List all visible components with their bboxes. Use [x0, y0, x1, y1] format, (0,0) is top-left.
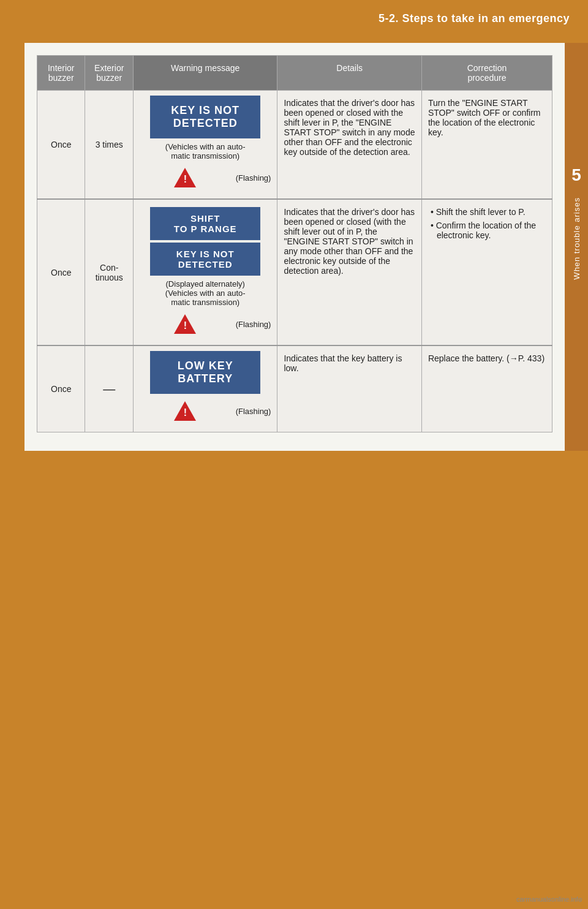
table-row: Once 3 times KEY IS NOTDETECTED (Vehicle…	[37, 91, 552, 200]
header-bar: 5-2. Steps to take in an emergency	[0, 0, 588, 37]
warn-icon-wrap-2: ! (Flashing)	[140, 311, 271, 338]
header-title: 5-2. Steps to take in an emergency	[379, 12, 570, 25]
page-content: Interior buzzer Exterior buzzer Warning …	[0, 37, 588, 469]
col-header-details: Details	[277, 56, 421, 91]
cell-warning-2: SHIFTTO P RANGE KEY IS NOTDETECTED (Disp…	[133, 199, 277, 345]
warning-note-2a: (Displayed alternately)(Vehicles with an…	[140, 279, 271, 307]
side-tab-number: 5	[571, 165, 581, 185]
cell-warning-3: LOW KEYBATTERY ! (Flashing)	[133, 345, 277, 432]
warning-triangle-icon-3: !	[174, 401, 196, 421]
warning-triangle-icon-1: !	[174, 168, 196, 187]
correction-bullets-2: • Shift the shift lever to P. • Confirm …	[428, 207, 546, 240]
cell-interior-1: Once	[37, 91, 85, 200]
cell-correction-1: Turn the "ENGINE START STOP" switch OFF …	[421, 91, 552, 200]
warn-icon-wrap-1: ! (Flashing)	[140, 164, 271, 191]
warning-box-3: LOW KEYBATTERY	[150, 351, 260, 394]
cell-interior-3: Once	[37, 345, 85, 432]
warning-triangle-icon-2: !	[174, 314, 196, 334]
warning-box-2a: SHIFTTO P RANGE	[150, 207, 260, 240]
cell-details-1: Indicates that the driver's door has bee…	[277, 91, 421, 200]
cell-exterior-2: Con- tinuous	[85, 199, 133, 345]
cell-interior-2: Once	[37, 199, 85, 345]
side-tab: 5 When trouble arises	[565, 43, 588, 451]
cell-details-2: Indicates that the driver's door has bee…	[277, 199, 421, 345]
watermark: carmanualsonline.info	[516, 896, 582, 903]
cell-warning-1: KEY IS NOTDETECTED (Vehicles with an aut…	[133, 91, 277, 200]
bullet-item: • Confirm the location of the electronic…	[431, 221, 546, 240]
table-row: Once Con- tinuous SHIFTTO P RANGE KEY IS…	[37, 199, 552, 345]
warning-box-1: KEY IS NOTDETECTED	[150, 96, 260, 138]
warn-icon-wrap-3: ! (Flashing)	[140, 398, 271, 424]
flashing-label-3: (Flashing)	[236, 407, 271, 416]
col-header-warning: Warning message	[133, 56, 277, 91]
warning-note-1a: (Vehicles with an auto-matic transmissio…	[140, 142, 271, 160]
cell-correction-3: Replace the battery. (→P. 433)	[421, 345, 552, 432]
flashing-label-1: (Flashing)	[236, 173, 271, 183]
bullet-item: • Shift the shift lever to P.	[431, 207, 546, 217]
cell-exterior-1: 3 times	[85, 91, 133, 200]
col-header-exterior: Exterior buzzer	[85, 56, 133, 91]
cell-correction-2: • Shift the shift lever to P. • Confirm …	[421, 199, 552, 345]
side-tab-text: When trouble arises	[572, 197, 581, 280]
cell-exterior-3: —	[85, 345, 133, 432]
flashing-label-2: (Flashing)	[236, 320, 271, 329]
warning-box-2b: KEY IS NOTDETECTED	[150, 243, 260, 276]
table-row: Once — LOW KEYBATTERY ! (Flashing)	[37, 345, 552, 432]
warning-table: Interior buzzer Exterior buzzer Warning …	[37, 55, 552, 432]
col-header-correction: Correction procedure	[421, 56, 552, 91]
main-area: Interior buzzer Exterior buzzer Warning …	[24, 43, 565, 451]
col-header-interior: Interior buzzer	[37, 56, 85, 91]
cell-details-3: Indicates that the key battery is low.	[277, 345, 421, 432]
